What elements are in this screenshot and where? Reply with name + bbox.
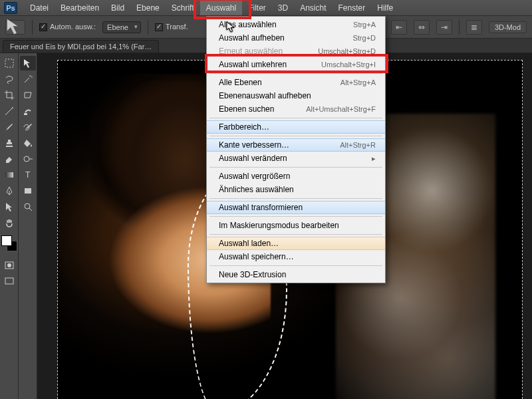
checkbox-icon (155, 23, 163, 31)
gradient-tool[interactable] (1, 168, 17, 182)
tools-panel-left (0, 53, 19, 399)
svg-rect-1 (5, 172, 13, 178)
menu-3d[interactable]: 3D (272, 1, 294, 15)
auswahl-dropdown-menu: Alles auswählenStrg+AAuswahl aufhebenStr… (206, 16, 386, 283)
menu-item[interactable]: Alle EbenenAlt+Strg+A (207, 76, 385, 89)
screenmode-toggle[interactable] (1, 274, 17, 289)
menu-item[interactable]: Auswahl speichern… (207, 250, 385, 263)
menu-separator (209, 118, 382, 118)
color-swatches[interactable] (1, 235, 17, 251)
menu-datei[interactable]: Datei (24, 1, 55, 15)
menu-item[interactable]: Auswahl umkehrenUmschalt+Strg+I (207, 58, 385, 71)
hand-tool[interactable] (1, 215, 17, 230)
menu-item-label: Auswahl aufheben (219, 33, 285, 43)
paint-bucket-tool[interactable] (20, 136, 36, 150)
history-brush-tool[interactable] (20, 120, 36, 134)
document-tab[interactable]: Feuer und Eis by MDI.psd bei 14,1% (Far… (3, 40, 159, 53)
menu-item[interactable]: Auswahl verändern▸ (207, 152, 385, 165)
menu-item[interactable]: Auswahl transformieren (207, 201, 385, 214)
menu-item-label: Auswahl umkehren (219, 60, 287, 69)
menu-item[interactable]: Kante verbessern…Alt+Strg+R (207, 138, 385, 152)
menu-schrift[interactable]: Schrift (166, 1, 200, 15)
svg-point-3 (7, 263, 11, 267)
magic-wand-tool[interactable] (20, 72, 36, 86)
menu-item-label: Ebenen suchen (219, 104, 274, 114)
menu-item[interactable]: Auswahl aufhebenStrg+D (207, 31, 385, 45)
move-tool[interactable] (20, 56, 36, 70)
menu-item-label: Auswahl speichern… (219, 252, 294, 261)
menu-item[interactable]: Alles auswählenStrg+A (207, 18, 385, 31)
menu-item: Erneut auswählenUmschalt+Strg+D (207, 45, 385, 58)
active-tool-indicator[interactable] (5, 20, 25, 35)
menu-item-label: Ebenenauswahl aufheben (219, 91, 311, 100)
menu-item-label: Auswahl laden… (219, 239, 279, 248)
menu-filter[interactable]: Filter (242, 1, 272, 15)
menu-auswahl[interactable]: Auswahl (200, 1, 242, 15)
menu-item[interactable]: Im Maskierungsmodus bearbeiten (207, 219, 385, 232)
menu-bild[interactable]: Bild (105, 1, 130, 15)
menu-separator (209, 216, 382, 217)
align-right-button[interactable]: ⇥ (436, 20, 452, 35)
dodge-tool[interactable] (20, 152, 36, 166)
menu-separator (209, 167, 382, 168)
menu-separator (209, 73, 382, 74)
svg-rect-5 (24, 113, 27, 115)
auto-select-dropdown[interactable]: Ebene (102, 21, 141, 33)
menu-item[interactable]: Ebenen suchenAlt+Umschalt+Strg+F (207, 102, 385, 116)
menu-ansicht[interactable]: Ansicht (294, 1, 332, 15)
foreground-color-swatch[interactable] (1, 235, 12, 246)
menu-item-shortcut: Strg+D (352, 34, 376, 42)
type-tool[interactable]: T (20, 168, 36, 182)
menu-item[interactable]: Auswahl laden… (207, 237, 385, 250)
menu-separator (209, 136, 382, 136)
slice-tool[interactable] (20, 88, 36, 102)
menu-ebene[interactable]: Ebene (130, 1, 166, 15)
quickmask-toggle[interactable] (1, 258, 17, 273)
align-left-button[interactable]: ⇤ (391, 20, 407, 35)
marquee-tool[interactable] (1, 56, 17, 70)
healing-brush-tool[interactable] (20, 104, 36, 118)
shape-tool[interactable] (20, 184, 36, 198)
brush-tool[interactable] (1, 120, 17, 134)
menu-hilfe[interactable]: Hilfe (371, 1, 399, 15)
transform-label: Transf. (166, 23, 188, 31)
app-logo: Ps (4, 2, 17, 14)
svg-point-6 (24, 156, 29, 162)
menu-item-label: Auswahl transformieren (219, 203, 303, 212)
menu-item-label: Auswahl vergrößern (219, 172, 290, 181)
path-select-tool[interactable] (1, 200, 17, 214)
eraser-tool[interactable] (1, 152, 17, 166)
crop-tool[interactable] (1, 88, 17, 102)
menu-fenster[interactable]: Fenster (332, 1, 372, 15)
menu-item-label: Erneut auswählen (219, 47, 283, 56)
eyedropper-tool[interactable] (1, 104, 17, 118)
transform-checkbox[interactable]: Transf. (155, 23, 188, 31)
menu-item-label: Ähnliches auswählen (219, 185, 294, 194)
checkbox-icon (39, 23, 47, 31)
distribute-button[interactable]: ≣ (466, 20, 482, 35)
pen-tool[interactable] (1, 184, 17, 198)
divider (148, 20, 148, 35)
menu-item[interactable]: Neue 3D-Extrusion (207, 268, 385, 281)
divider (459, 20, 460, 35)
menu-item[interactable]: Auswahl vergrößern (207, 170, 385, 183)
svg-rect-4 (5, 278, 13, 284)
auto-select-label: Autom. ausw.: (50, 23, 96, 31)
tools-panel-right: T (19, 53, 37, 399)
menu-item-label: Alle Ebenen (219, 78, 262, 87)
menu-item[interactable]: Ähnliches auswählen (207, 183, 385, 196)
svg-rect-8 (25, 188, 31, 194)
menu-bearbeiten[interactable]: Bearbeiten (55, 1, 105, 15)
lasso-tool[interactable] (1, 72, 17, 86)
auto-select-checkbox[interactable]: Autom. ausw.: (39, 23, 96, 31)
menu-item[interactable]: Farbbereich… (207, 120, 385, 134)
stamp-tool[interactable] (1, 136, 17, 150)
menu-item-shortcut: Alt+Strg+R (340, 141, 376, 149)
align-center-button[interactable]: ⇔ (414, 20, 430, 35)
3d-mode-button[interactable]: 3D-Mod (489, 21, 527, 33)
zoom-tool[interactable] (20, 200, 36, 214)
menu-item[interactable]: Ebenenauswahl aufheben (207, 89, 385, 102)
menu-item-shortcut: Alt+Strg+A (340, 78, 376, 86)
menu-item-label: Im Maskierungsmodus bearbeiten (219, 221, 339, 230)
menu-separator (209, 234, 382, 235)
